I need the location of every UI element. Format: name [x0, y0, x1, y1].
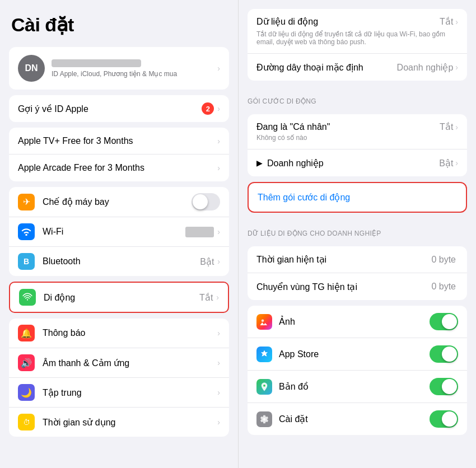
di-dong-label: Di động [44, 292, 199, 303]
focus-icon: 🌙 [18, 384, 35, 401]
di-dong-item[interactable]: Di động Tắt › [10, 283, 228, 312]
di-dong-chevron-icon: › [216, 293, 219, 302]
am-thanh-chevron-icon: › [217, 358, 220, 367]
bottom-settings-group: 🔔 Thông báo › 🔊 Âm thanh & Cảm ứng › 🌙 T… [9, 319, 229, 437]
left-panel: Cài đặt DN ID Apple, iCloud, Phương tiện… [0, 0, 238, 468]
ban-do-label: Bản đồ [279, 381, 425, 392]
duong-day-chevron-icon: › [455, 63, 458, 72]
airplane-toggle[interactable] [192, 193, 220, 210]
settings-app-icon [256, 411, 272, 427]
profile-section[interactable]: DN ID Apple, iCloud, Phương tiện & Mục m… [9, 47, 229, 90]
promo-label-0: Apple TV+ Free for 3 Months [18, 136, 217, 146]
cai-dat-label: Cài đặt [279, 414, 425, 424]
top-right-group: Dữ liệu di động Tắt › Tắt dữ liệu di độn… [248, 9, 467, 81]
suggestion-item[interactable]: Gợi ý về ID Apple 2 › [9, 95, 229, 122]
main-settings-group: ✈ Chế độ máy bay Wi-Fi ... › B Bluetooth… [9, 187, 229, 276]
suggestion-label: Gợi ý về ID Apple [18, 104, 202, 114]
section-header-du-lieu-doanh-nghiep: DỮ LIỆU DI ĐỘNG CHO DOANH NGHIỆP [239, 218, 476, 241]
thong-bao-item[interactable]: 🔔 Thông báo › [9, 319, 229, 348]
airplane-mode-item[interactable]: ✈ Chế độ máy bay [9, 187, 229, 217]
duong-day-label: Đường dây thoại mặc định [256, 62, 397, 73]
bluetooth-chevron-icon: › [217, 257, 220, 266]
thoi-gian-item[interactable]: ⏱ Thời gian sử dụng › [9, 408, 229, 437]
app-anh-toggle[interactable] [430, 313, 458, 330]
chuyen-vung-label: Chuyển vùng TG hiện tại [256, 282, 431, 292]
wifi-chevron-icon: › [217, 227, 220, 236]
thoi-gian-label: Thời gian sử dụng [43, 417, 217, 428]
doanh-nghiep-label: Doanh nghiệp [267, 158, 439, 169]
du-lieu-di-dong-item[interactable]: Dữ liệu di động Tắt › Tắt dữ liệu di độn… [248, 9, 467, 54]
chuyen-vung-value: 0 byte [431, 282, 456, 292]
thoi-gian-hien-tai-item: Thời gian hiện tại 0 byte [248, 246, 467, 273]
promo-chevron-0-icon: › [217, 137, 220, 146]
chuyen-vung-item: Chuyển vùng TG hiện tại 0 byte [248, 273, 467, 300]
profile-chevron-icon: › [217, 64, 220, 73]
svg-point-0 [25, 234, 27, 236]
profile-info: ID Apple, iCloud, Phương tiện & Mục mua [52, 59, 217, 78]
du-lieu-value: Tắt [440, 16, 453, 27]
suggestion-chevron-icon: › [217, 104, 220, 113]
thoi-gian-hien-tai-value: 0 byte [431, 255, 456, 265]
right-panel: Dữ liệu di động Tắt › Tắt dữ liệu di độn… [238, 0, 476, 468]
app-store-item[interactable]: A App Store [248, 338, 467, 371]
sound-icon: 🔊 [18, 354, 35, 371]
ban-do-toggle[interactable] [430, 378, 458, 395]
airplane-icon: ✈ [18, 194, 35, 210]
bluetooth-item[interactable]: B Bluetooth Bật › [9, 247, 229, 276]
suggestion-badge: 2 [202, 102, 214, 115]
ca-nhan-chevron-icon: › [455, 123, 458, 132]
doanh-nghiep-item[interactable]: ▶ Doanh nghiệp Bật › [248, 149, 467, 176]
bluetooth-label: Bluetooth [43, 256, 200, 266]
di-dong-highlighted[interactable]: Di động Tắt › [9, 282, 229, 313]
app-anh-item[interactable]: Ảnh [248, 306, 467, 338]
du-lieu-note: Tắt dữ liệu di động để truyền tất cả dữ … [256, 27, 458, 46]
du-lieu-chevron-icon: › [455, 17, 458, 26]
promo-group: Apple TV+ Free for 3 Months › Apple Arca… [9, 128, 229, 181]
wifi-icon [18, 223, 35, 240]
du-lieu-label: Dữ liệu di động [256, 16, 440, 27]
airplane-label: Chế độ máy bay [43, 196, 187, 207]
app-store-toggle[interactable] [430, 345, 458, 363]
add-plan-link[interactable]: Thêm gói cước di động [249, 183, 466, 212]
thong-bao-chevron-icon: › [217, 329, 220, 338]
thoi-gian-chevron-icon: › [217, 418, 220, 427]
tap-trung-chevron-icon: › [217, 388, 220, 397]
promo-item-0[interactable]: Apple TV+ Free for 3 Months › [9, 128, 229, 155]
am-thanh-item[interactable]: 🔊 Âm thanh & Cảm ứng › [9, 348, 229, 378]
profile-name-blurred [52, 59, 141, 67]
app-ban-do-item[interactable]: Bản đồ [248, 371, 467, 403]
wifi-label: Wi-Fi [43, 227, 185, 237]
tap-trung-label: Tập trung [43, 387, 217, 398]
tap-trung-item[interactable]: 🌙 Tập trung › [9, 378, 229, 408]
right-content: Dữ liệu di động Tắt › Tắt dữ liệu di độn… [239, 9, 476, 435]
app-cai-dat-item[interactable]: Cài đặt [248, 403, 467, 435]
cai-dat-toggle[interactable] [430, 410, 458, 428]
promo-item-1[interactable]: Apple Arcade Free for 3 Months › [9, 155, 229, 181]
avatar: DN [18, 55, 45, 82]
duong-day-item[interactable]: Đường dây thoại mặc định Doanh nghiệp › [248, 54, 467, 81]
appstore-app-icon: A [256, 347, 272, 362]
page-title: Cài đặt [11, 13, 227, 36]
wifi-item[interactable]: Wi-Fi ... › [9, 217, 229, 247]
duong-day-value: Doanh nghiệp [397, 62, 454, 73]
bluetooth-value: Bật [200, 256, 214, 267]
am-thanh-label: Âm thanh & Cảm ứng [43, 358, 217, 368]
svg-point-4 [263, 384, 265, 386]
thong-bao-label: Thông báo [43, 328, 217, 338]
bluetooth-icon: B [18, 253, 35, 270]
add-plan-box[interactable]: Thêm gói cước di động [248, 182, 467, 213]
di-dong-icon [19, 289, 36, 306]
profile-sub: ID Apple, iCloud, Phương tiện & Mục mua [52, 70, 217, 78]
section-header-goi-cuoc: GÓI CƯỚC DI ĐỘNG [239, 86, 476, 109]
ca-nhan-row: Đang là "Cá nhân" Tắt › [256, 121, 458, 132]
doanh-nghiep-value: Bật [439, 158, 453, 169]
thoi-gian-hien-tai-label: Thời gian hiện tại [256, 254, 431, 265]
photos-app-icon [256, 314, 272, 330]
ca-nhan-item[interactable]: Đang là "Cá nhân" Tắt › Không có số nào [248, 114, 467, 149]
doanh-nghiep-chevron-icon: › [455, 158, 458, 167]
svg-point-2 [262, 319, 264, 322]
doanh-nghiep-play-icon: ▶ [256, 158, 263, 167]
promo-label-1: Apple Arcade Free for 3 Months [18, 163, 217, 173]
du-lieu-row: Dữ liệu di động Tắt › [256, 16, 458, 27]
ca-nhan-value: Tắt [440, 121, 453, 132]
